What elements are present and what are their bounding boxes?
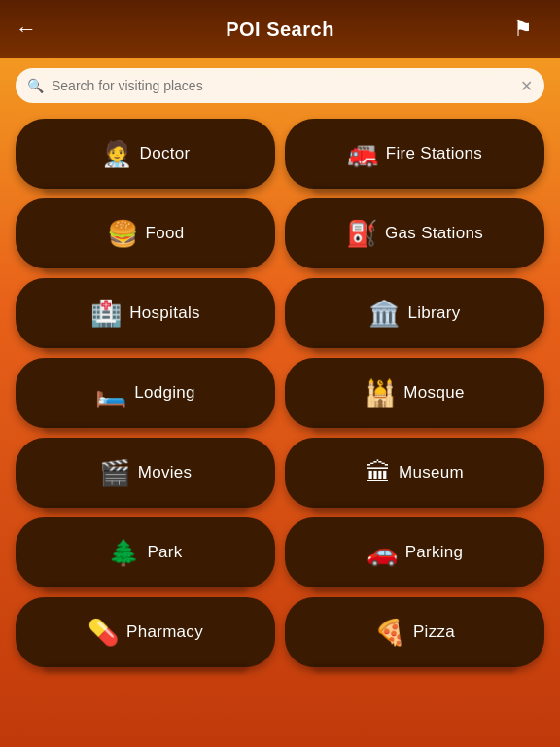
bookmark-button[interactable]: ⚑ <box>513 17 544 42</box>
park-icon: 🌲 <box>108 538 139 568</box>
park-label: Park <box>147 543 182 562</box>
pizza-label: Pizza <box>413 622 455 642</box>
fire-stations-icon: 🚒 <box>347 139 378 169</box>
search-icon: 🔍 <box>27 78 44 93</box>
fire-stations-label: Fire Stations <box>386 144 482 163</box>
museum-label: Museum <box>399 463 464 482</box>
parking-label: Parking <box>405 543 464 562</box>
gas-stations-label: Gas Stations <box>385 224 483 243</box>
mosque-icon: 🕌 <box>365 378 396 409</box>
search-input[interactable] <box>52 78 520 93</box>
header: ← POI Search ⚑ <box>0 0 560 58</box>
mosque-label: Mosque <box>403 383 464 403</box>
doctor-label: Doctor <box>140 144 191 163</box>
hospitals-icon: 🏥 <box>90 299 122 329</box>
poi-btn-movies[interactable]: 🎬Movies <box>16 438 275 508</box>
hospitals-label: Hospitals <box>129 303 200 323</box>
poi-btn-mosque[interactable]: Mosque🕌 <box>285 358 544 428</box>
lodging-icon: 🛏️ <box>95 378 126 409</box>
poi-grid: 🧑‍⚕️DoctorFire Stations🚒🍔FoodGas Station… <box>0 113 560 677</box>
doctor-icon: 🧑‍⚕️ <box>101 139 132 169</box>
gas-stations-icon: ⛽ <box>346 219 377 249</box>
poi-btn-parking[interactable]: Parking🚗 <box>285 517 544 587</box>
back-button[interactable]: ← <box>16 17 47 42</box>
food-label: Food <box>146 224 185 243</box>
page-title: POI Search <box>47 18 513 41</box>
poi-btn-pharmacy[interactable]: 💊Pharmacy <box>16 597 275 667</box>
parking-icon: 🚗 <box>367 538 398 568</box>
movies-icon: 🎬 <box>99 458 130 488</box>
poi-btn-pizza[interactable]: Pizza🍕 <box>285 597 544 667</box>
museum-icon: 🏛 <box>366 458 391 488</box>
pizza-icon: 🍕 <box>374 618 405 648</box>
food-icon: 🍔 <box>107 219 138 249</box>
lodging-label: Lodging <box>134 383 195 403</box>
poi-btn-hospitals[interactable]: 🏥Hospitals <box>16 278 275 348</box>
poi-btn-lodging[interactable]: 🛏️Lodging <box>16 358 275 428</box>
pharmacy-icon: 💊 <box>88 618 119 648</box>
poi-btn-park[interactable]: 🌲Park <box>16 517 275 587</box>
poi-btn-fire-stations[interactable]: Fire Stations🚒 <box>285 119 544 189</box>
library-label: Library <box>407 303 460 323</box>
pharmacy-label: Pharmacy <box>126 622 203 642</box>
poi-btn-food[interactable]: 🍔Food <box>16 198 275 268</box>
poi-btn-library[interactable]: Library🏛️ <box>285 278 544 348</box>
search-bar[interactable]: 🔍 ✕ <box>16 68 544 103</box>
poi-btn-doctor[interactable]: 🧑‍⚕️Doctor <box>16 119 275 189</box>
poi-btn-museum[interactable]: Museum🏛 <box>285 438 544 508</box>
search-clear-icon[interactable]: ✕ <box>520 77 533 95</box>
movies-label: Movies <box>138 463 192 482</box>
poi-btn-gas-stations[interactable]: Gas Stations⛽ <box>285 198 544 268</box>
library-icon: 🏛️ <box>368 299 400 329</box>
